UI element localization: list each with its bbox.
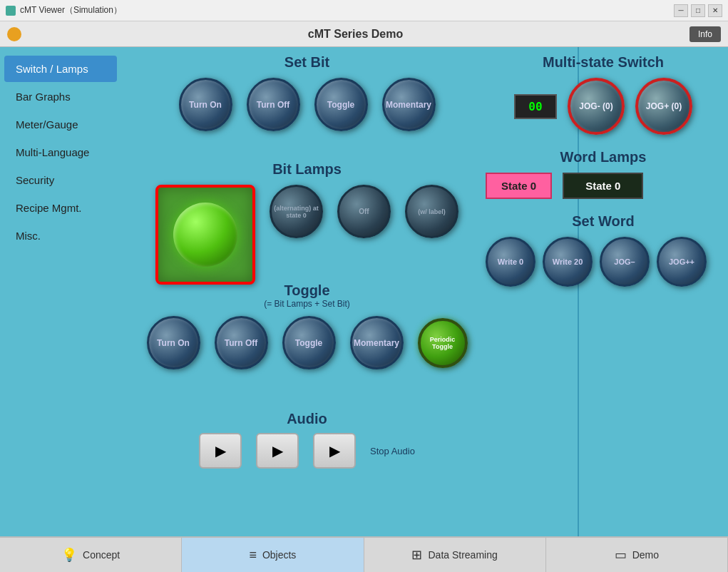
multi-state-section: Multi-state Switch 00 JOG- (0) JOG+ (0) <box>486 54 721 135</box>
title-bar-text: cMT Viewer（Simulation） <box>20 4 122 16</box>
bit-lamps-buttons: (alternating) at state 0 Off (w/ label) <box>143 185 471 285</box>
jog-plus-button[interactable]: JOG+ (0) <box>635 78 692 135</box>
bottom-tab-bar: 💡 Concept ≡ Objects ⊞ Data Streaming ▭ D… <box>0 536 728 572</box>
sidebar-item-recipe-mgmt[interactable]: Recipe Mgmt. <box>4 195 117 221</box>
content-area: Set Bit Turn On Turn Off Toggle Momentar… <box>121 47 728 536</box>
toggle-sublabel: (= Bit Lamps + Set Bit) <box>143 299 471 309</box>
app-title: cMT Series Demo <box>21 28 689 41</box>
info-button[interactable]: Info <box>689 26 721 42</box>
multi-state-label: Multi-state Switch <box>486 54 721 71</box>
toggle-toggle-button[interactable]: Toggle <box>282 316 336 369</box>
tab-data-streaming-label: Data Streaming <box>428 549 497 561</box>
green-lamp <box>173 203 237 267</box>
toggle-label: Toggle <box>143 282 471 299</box>
sidebar-item-multi-language[interactable]: Multi-Language <box>4 139 117 165</box>
periodic-toggle-button[interactable]: Periodic Toggle <box>418 318 468 368</box>
demo-icon: ▭ <box>615 547 627 563</box>
concept-icon: 💡 <box>61 547 77 563</box>
toggle-buttons: Turn On Turn Off Toggle Momentary Period… <box>143 316 471 369</box>
bit-lamp-off: Off <box>337 185 391 238</box>
window-controls[interactable]: ─ □ ✕ <box>674 4 722 17</box>
tab-data-streaming[interactable]: ⊞ Data Streaming <box>364 538 546 572</box>
bit-lamps-label: Bit Lamps <box>143 161 471 178</box>
set-bit-toggle-button[interactable]: Toggle <box>314 78 368 131</box>
play-button-3[interactable]: ▶ <box>313 433 356 469</box>
toggle-turnon-button[interactable]: Turn On <box>147 316 200 369</box>
tab-concept[interactable]: 💡 Concept <box>0 538 182 572</box>
audio-buttons: ▶ ▶ ▶ Stop Audio <box>143 433 471 469</box>
app-icon <box>6 6 16 16</box>
bit-lamp-highlighted[interactable] <box>155 185 255 285</box>
set-word-section: Set Word Write 0 Write 20 JOG– JOG++ <box>486 213 721 287</box>
multi-state-controls: 00 JOG- (0) JOG+ (0) <box>486 78 721 135</box>
close-button[interactable]: ✕ <box>708 4 722 17</box>
set-bit-turnoff-button[interactable]: Turn Off <box>247 78 300 131</box>
state-display: 00 <box>514 94 557 119</box>
toggle-section: Toggle (= Bit Lamps + Set Bit) Turn On T… <box>143 282 471 369</box>
play-button-2[interactable]: ▶ <box>256 433 299 469</box>
main-area: Switch / Lamps Bar Graphs Meter/Gauge Mu… <box>0 47 728 536</box>
minimize-button[interactable]: ─ <box>674 4 688 17</box>
word-lamp-row: State 0 State 0 <box>486 173 721 199</box>
audio-label: Audio <box>143 411 471 427</box>
set-word-write0-button[interactable]: Write 0 <box>486 237 535 287</box>
stop-audio-label: Stop Audio <box>370 446 415 456</box>
word-lamp-state0-dark: State 0 <box>563 173 643 199</box>
title-bar: cMT Viewer（Simulation） ─ □ ✕ <box>0 0 728 21</box>
header-bar: cMT Series Demo Info <box>0 21 728 47</box>
toggle-turnoff-button[interactable]: Turn Off <box>215 316 268 369</box>
tab-objects-label: Objects <box>262 549 296 561</box>
jog-minus-button[interactable]: JOG- (0) <box>568 78 625 135</box>
tab-demo-label: Demo <box>632 549 659 561</box>
set-bit-buttons: Turn On Turn Off Toggle Momentary <box>143 78 471 131</box>
tab-objects[interactable]: ≡ Objects <box>182 538 364 572</box>
bit-lamp-label: (w/ label) <box>405 185 458 238</box>
set-bit-label: Set Bit <box>143 54 471 71</box>
objects-icon: ≡ <box>249 548 257 563</box>
header-dot <box>7 27 21 41</box>
tab-demo[interactable]: ▭ Demo <box>546 538 728 572</box>
set-word-label: Set Word <box>486 213 721 230</box>
maximize-button[interactable]: □ <box>691 4 705 17</box>
right-panel: Multi-state Switch 00 JOG- (0) JOG+ (0) … <box>478 47 728 536</box>
sidebar-item-security[interactable]: Security <box>4 167 117 193</box>
set-word-buttons: Write 0 Write 20 JOG– JOG++ <box>486 237 721 287</box>
set-bit-section: Set Bit Turn On Turn Off Toggle Momentar… <box>143 54 471 131</box>
title-bar-left: cMT Viewer（Simulation） <box>6 4 122 16</box>
set-word-jogminus-button[interactable]: JOG– <box>600 237 650 287</box>
bit-lamps-section: Bit Lamps (alternating) at state 0 Off (… <box>143 161 471 285</box>
bit-lamp-alternating: (alternating) at state 0 <box>270 185 323 238</box>
set-bit-momentary-button[interactable]: Momentary <box>382 78 436 131</box>
set-word-write20-button[interactable]: Write 20 <box>543 237 593 287</box>
toggle-momentary-button[interactable]: Momentary <box>350 316 404 369</box>
sidebar-item-switch-lamps[interactable]: Switch / Lamps <box>4 56 117 82</box>
sidebar-item-bar-graphs[interactable]: Bar Graphs <box>4 83 117 110</box>
audio-section: Audio ▶ ▶ ▶ Stop Audio <box>143 411 471 469</box>
sidebar-item-meter-gauge[interactable]: Meter/Gauge <box>4 111 117 138</box>
play-button-1[interactable]: ▶ <box>199 433 242 469</box>
set-bit-turnon-button[interactable]: Turn On <box>179 78 232 131</box>
word-lamps-label: Word Lamps <box>486 149 721 165</box>
tab-concept-label: Concept <box>83 549 120 561</box>
data-streaming-icon: ⊞ <box>411 547 422 563</box>
set-word-jogplusplus-button[interactable]: JOG++ <box>657 237 707 287</box>
sidebar: Switch / Lamps Bar Graphs Meter/Gauge Mu… <box>0 47 121 536</box>
word-lamps-section: Word Lamps State 0 State 0 <box>486 149 721 199</box>
sidebar-item-misc[interactable]: Misc. <box>4 223 117 249</box>
word-lamp-state0-pink: State 0 <box>486 173 552 199</box>
